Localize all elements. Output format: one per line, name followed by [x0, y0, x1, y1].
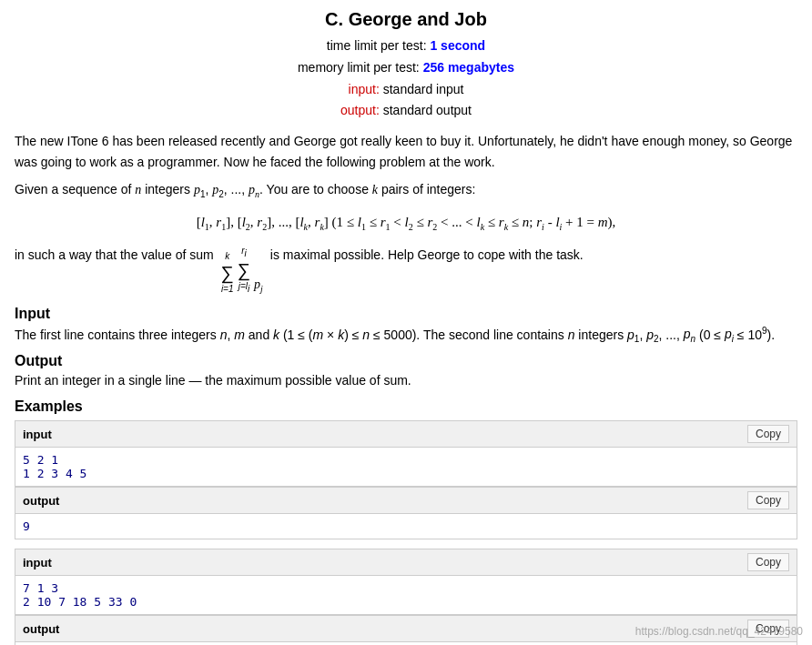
intro-text: The new ITone 6 has been released recent… — [15, 131, 797, 172]
example-1-input-content: 5 2 1 1 2 3 4 5 — [15, 448, 797, 486]
examples-section: Examples input Copy 5 2 1 1 2 3 4 5 outp… — [15, 398, 797, 645]
input-desc: The first line contains three integers n… — [15, 326, 797, 344]
example-1: input Copy 5 2 1 1 2 3 4 5 output Copy 9 — [15, 420, 797, 539]
problem-meta: time limit per test: 1 second memory lim… — [15, 35, 797, 122]
time-limit: time limit per test: 1 second — [15, 35, 797, 57]
pairs-formula: [l1, r1], [l2, r2], ..., [lk, rk] (1 ≤ l… — [15, 211, 797, 235]
input-section: Input The first line contains three inte… — [15, 306, 797, 344]
output-section: Output Print an integer in a single line… — [15, 353, 797, 388]
input-type: input: standard input — [15, 79, 797, 101]
problem-title: C. George and Job — [15, 9, 797, 30]
output-type: output: standard output — [15, 100, 797, 122]
memory-limit: memory limit per test: 256 megabytes — [15, 57, 797, 79]
example-1-output-block: output Copy 9 — [15, 487, 797, 539]
output-desc: Print an integer in a single line — the … — [15, 373, 797, 388]
given-text: Given a sequence of n integers p1, p2, .… — [15, 179, 797, 202]
copy-button-1-input[interactable]: Copy — [747, 425, 789, 443]
example-1-input-block: input Copy 5 2 1 1 2 3 4 5 — [15, 420, 797, 487]
example-2-input-content: 7 1 3 2 10 7 18 5 33 0 — [15, 576, 797, 614]
example-2-input-block: input Copy 7 1 3 2 10 7 18 5 33 0 — [15, 549, 797, 615]
watermark: https://blog.csdn.net/qq_42479580 — [635, 625, 803, 638]
copy-button-2-input[interactable]: Copy — [747, 553, 789, 571]
example-1-output-content: 9 — [15, 514, 797, 539]
example-2-input-header: input Copy — [15, 549, 797, 576]
copy-button-1-output[interactable]: Copy — [747, 491, 789, 509]
sum-text: in such a way that the value of sum k ∑ … — [15, 244, 797, 297]
example-1-output-header: output Copy — [15, 488, 797, 514]
example-1-input-header: input Copy — [15, 421, 797, 448]
problem-statement: The new ITone 6 has been released recent… — [15, 131, 797, 297]
